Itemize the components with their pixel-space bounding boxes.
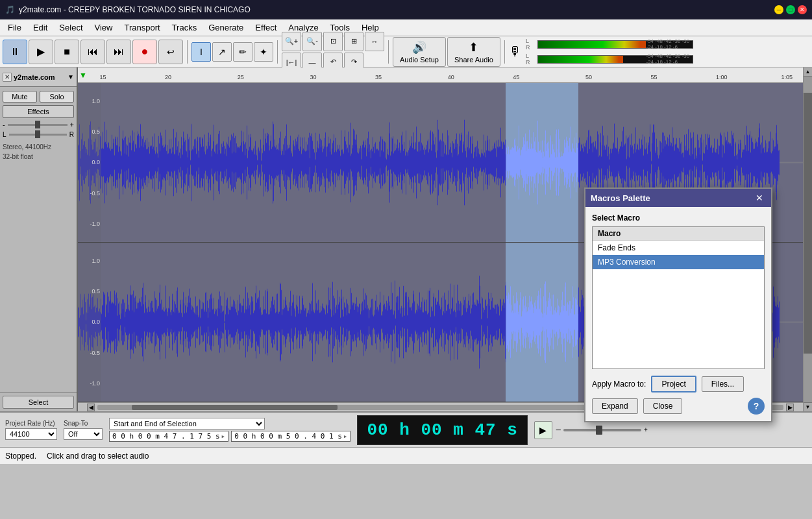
zoom-in-button[interactable]: 🔍+ (282, 32, 301, 51)
menu-edit[interactable]: Edit (28, 21, 53, 34)
pause-button[interactable]: ⏸ (3, 40, 27, 64)
macros-title: Macros Palette (591, 193, 650, 203)
envelope-tool-button[interactable]: ↗ (212, 42, 232, 62)
gain-plus-label: + (70, 121, 74, 128)
pan-left-label: L (3, 131, 6, 138)
scroll-up-button[interactable]: ▲ (804, 67, 812, 77)
expand-button[interactable]: Expand (592, 398, 638, 414)
zoom-width-button[interactable]: ↔ (365, 32, 384, 51)
track-close-button[interactable]: ✕ (3, 73, 12, 82)
select-track-button[interactable]: Select (3, 396, 74, 409)
selection-section: Start and End of Selection Start and Len… (109, 418, 351, 442)
menu-transport[interactable]: Transport (119, 21, 165, 34)
project-rate-section: Project Rate (Hz) 44100 22050 48000 9600… (5, 420, 57, 440)
menu-tracks[interactable]: Tracks (167, 21, 203, 34)
zoom-out-button[interactable]: 🔍- (302, 32, 322, 51)
toolbar-separator-4 (504, 40, 505, 64)
track-dropdown-icon[interactable]: ▼ (68, 73, 74, 80)
project-rate-select[interactable]: 44100 22050 48000 96000 (5, 428, 57, 440)
toolbar: ⏸ ▶ ■ ⏮ ⏭ ● ↩ I ↗ ✏ ✦ 🔍+ 🔍- ⊡ ⊞ ↔ |←| — … (0, 36, 812, 67)
titlebar-title: y2mate.com - CREEPY BROKEN TORNADO SIREN… (19, 5, 251, 14)
record-button[interactable]: ● (132, 40, 157, 64)
titlebar-controls[interactable]: ─ □ ✕ (774, 5, 807, 14)
menu-view[interactable]: View (90, 21, 118, 34)
macro-item-mp3[interactable]: MP3 Conversion (593, 255, 764, 269)
apply-macro-label: Apply Macro to: (592, 380, 646, 389)
skip-end-button[interactable]: ⏭ (106, 40, 131, 64)
track-name: y2mate.com (14, 73, 66, 81)
solo-button[interactable]: Solo (40, 91, 74, 103)
gain-handle[interactable] (35, 121, 40, 128)
gain-slider[interactable] (8, 124, 68, 126)
mute-solo-row: Mute Solo (3, 91, 74, 103)
pan-slider[interactable] (9, 134, 67, 136)
close-dialog-button[interactable]: Close (643, 398, 683, 414)
files-button[interactable]: Files... (702, 376, 744, 392)
pan-handle[interactable] (35, 130, 40, 138)
selection-tool-button[interactable]: I (191, 42, 211, 62)
menu-generate[interactable]: Generate (203, 21, 249, 34)
snap-to-select[interactable]: Off Nearest Prior (64, 428, 103, 440)
mute-button[interactable]: Mute (3, 91, 37, 103)
audio-setup-icon: 🔊 (412, 40, 426, 54)
multi-tool-button[interactable]: ✦ (254, 42, 273, 62)
scroll-right-button[interactable]: ▶ (786, 404, 794, 411)
effects-button[interactable]: Effects (3, 105, 74, 118)
playback-controls: ▶ ─ + (534, 421, 648, 439)
share-icon: ⬆ (469, 40, 478, 54)
play-button[interactable]: ▶ (29, 40, 53, 64)
vertical-scrollbar[interactable]: ▲ ▼ (803, 67, 812, 411)
scroll-down-button[interactable]: ▼ (804, 402, 812, 411)
macros-titlebar: Macros Palette ✕ (585, 189, 771, 207)
speed-control[interactable]: ─ + (556, 426, 648, 433)
timeline-ruler: ▼ 15 20 25 30 35 40 45 50 55 1:00 1:05 (78, 67, 803, 83)
share-audio-button[interactable]: ⬆ Share Audio (447, 37, 500, 67)
minimize-button[interactable]: ─ (774, 5, 783, 14)
macros-body: Select Macro Macro Fade Ends MP3 Convers… (585, 207, 771, 421)
stop-button[interactable]: ■ (55, 40, 79, 64)
bottom-play-button[interactable]: ▶ (534, 421, 552, 439)
snap-to-section: Snap-To Off Nearest Prior (64, 420, 103, 440)
status-hint: Click and drag to select audio (47, 452, 149, 461)
time-start-input[interactable]: 0 0 h 0 0 m 4 7 . 1 7 5 s ▸ (109, 431, 228, 442)
help-button[interactable]: ? (748, 398, 765, 415)
menu-effect[interactable]: Effect (250, 21, 282, 34)
macro-item-fade-ends[interactable]: Fade Ends (593, 241, 764, 255)
track-info: Stereo, 44100Hz32-bit float (3, 142, 74, 162)
menu-file[interactable]: File (3, 21, 27, 34)
pan-control: L R (0, 128, 77, 138)
time-end-input[interactable]: 0 0 h 0 0 m 5 0 . 4 0 1 s ▸ (231, 431, 351, 442)
zoom-sel-button[interactable]: ⊞ (344, 32, 363, 51)
zoom-fit-button[interactable]: ⊡ (323, 32, 343, 51)
close-button[interactable]: ✕ (798, 5, 807, 14)
hscroll-thumb[interactable] (132, 405, 338, 410)
select-macro-label: Select Macro (592, 213, 765, 223)
macros-close-icon[interactable]: ✕ (753, 193, 766, 203)
track-header: ✕ y2mate.com ▼ (0, 67, 77, 87)
scroll-left-button[interactable]: ◀ (87, 404, 95, 411)
audio-setup-label: Audio Setup (400, 56, 439, 64)
vscroll-track[interactable] (804, 77, 812, 402)
maximize-button[interactable]: □ (786, 5, 795, 14)
vscroll-thumb[interactable] (804, 93, 812, 354)
skip-start-button[interactable]: ⏮ (80, 40, 105, 64)
speed-slider-thumb[interactable] (596, 426, 602, 435)
speed-slider-track[interactable] (563, 429, 641, 431)
selection-mode-select[interactable]: Start and End of Selection Start and Len… (109, 418, 265, 429)
apply-macro-row: Apply Macro to: Project Files... (592, 376, 765, 392)
project-rate-label: Project Rate (Hz) (5, 420, 57, 427)
titlebar: 🎵 y2mate.com - CREEPY BROKEN TORNADO SIR… (0, 0, 812, 19)
menu-select[interactable]: Select (54, 21, 88, 34)
titlebar-left: 🎵 y2mate.com - CREEPY BROKEN TORNADO SIR… (5, 5, 251, 14)
status-text: Stopped. (5, 452, 36, 461)
pencil-tool-button[interactable]: ✏ (233, 42, 252, 62)
statusbar: Stopped. Click and drag to select audio (0, 447, 812, 464)
toolbar-separator-1 (187, 40, 188, 64)
toolbar-separator-3 (388, 40, 389, 64)
loop-button[interactable]: ↩ (158, 40, 183, 64)
gain-minus-label: - (3, 121, 5, 128)
share-audio-label: Share Audio (454, 56, 493, 64)
project-button[interactable]: Project (651, 376, 696, 392)
audio-setup-button[interactable]: 🔊 Audio Setup (393, 37, 446, 67)
macro-list: Macro Fade Ends MP3 Conversion (592, 226, 765, 369)
